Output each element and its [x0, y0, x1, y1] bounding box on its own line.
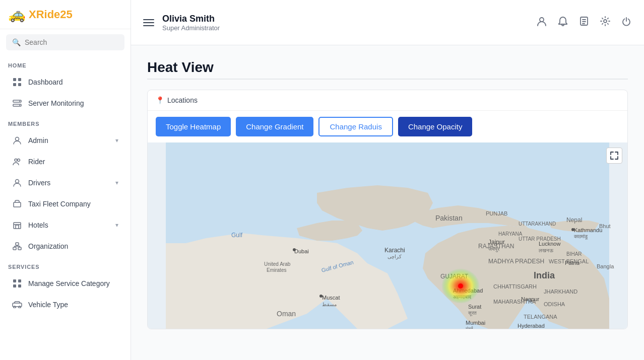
svg-text:Karachi: Karachi — [384, 247, 405, 254]
sidebar-item-vehicle-type-label: Vehicle Type — [28, 301, 118, 309]
logo-icon: 🚕 — [8, 6, 26, 23]
taxi-fleet-icon — [12, 199, 22, 209]
notes-icon[interactable] — [578, 16, 590, 29]
svg-text:ODISHA: ODISHA — [544, 301, 565, 307]
svg-text:Oman: Oman — [277, 310, 296, 318]
user-role: Super Administrator — [162, 24, 536, 32]
svg-text:Nagpur: Nagpur — [521, 296, 539, 302]
svg-point-26 — [604, 20, 607, 23]
sidebar-item-rider[interactable]: Rider — [4, 152, 126, 172]
drivers-chevron-icon: ▾ — [115, 179, 118, 186]
header-actions — [536, 16, 632, 29]
sidebar-item-admin[interactable]: Admin ▾ — [4, 130, 126, 151]
sidebar-item-organization-label: Organization — [28, 242, 118, 250]
svg-text:Dubai: Dubai — [294, 248, 309, 254]
section-members-label: MEMBERS — [0, 114, 131, 130]
change-opacity-button[interactable]: Change Opacity — [398, 117, 473, 136]
hotels-chevron-icon: ▾ — [115, 222, 118, 229]
svg-text:مسقط: مسقط — [322, 302, 337, 307]
svg-point-23 — [19, 306, 21, 308]
menu-button[interactable] — [143, 19, 154, 26]
drivers-icon — [12, 178, 22, 188]
svg-point-8 — [16, 137, 19, 141]
svg-rect-19 — [13, 284, 16, 287]
svg-text:जयपुर: जयपुर — [488, 246, 500, 252]
header-user-info: Olivia Smith Super Administrator — [162, 14, 536, 32]
sidebar-item-vehicle-type[interactable]: Vehicle Type — [4, 295, 126, 315]
svg-rect-15 — [13, 247, 16, 250]
svg-text:Mumbai: Mumbai — [466, 320, 485, 326]
svg-text:Nepal: Nepal — [566, 217, 582, 224]
svg-text:Lucknow: Lucknow — [539, 241, 560, 247]
svg-rect-1 — [18, 78, 21, 81]
svg-text:CHHATTISGARH: CHHATTISGARH — [493, 283, 537, 290]
sidebar-item-hotels[interactable]: Hotels ▾ — [4, 215, 126, 235]
sidebar-item-manage-service[interactable]: Manage Service Category — [4, 273, 126, 294]
svg-text:Hyderabad: Hyderabad — [518, 323, 545, 329]
map-controls: Toggle Heatmap Change Gradient Change Ra… — [148, 111, 627, 142]
rider-icon — [12, 157, 22, 167]
page-title: Heat View — [147, 59, 628, 76]
sidebar-item-dashboard-label: Dashboard — [28, 78, 118, 86]
svg-text:Emirates: Emirates — [267, 267, 286, 273]
svg-text:मुंबई: मुंबई — [465, 326, 473, 329]
svg-point-11 — [16, 180, 19, 183]
svg-text:सूरत: सूरत — [468, 310, 477, 316]
svg-rect-20 — [18, 284, 21, 287]
menu-line-3 — [143, 25, 154, 26]
svg-point-7 — [19, 105, 20, 106]
svg-rect-2 — [13, 83, 16, 86]
svg-text:TELANGANA: TELANGANA — [524, 314, 557, 320]
sidebar-item-hotels-label: Hotels — [28, 221, 109, 229]
svg-rect-12 — [14, 202, 21, 207]
power-icon[interactable] — [621, 16, 632, 29]
change-gradient-button[interactable]: Change Gradient — [236, 117, 313, 136]
fullscreen-button[interactable] — [606, 148, 622, 164]
svg-text:Gulf: Gulf — [231, 232, 243, 239]
section-services-label: SERVICES — [0, 257, 131, 273]
svg-point-80 — [319, 295, 323, 298]
logo-area: 🚕 XRide25 — [0, 0, 131, 29]
svg-text:India: India — [534, 270, 555, 280]
search-icon: 🔍 — [12, 38, 21, 46]
svg-text:काठमांडू: काठमांडू — [573, 234, 588, 240]
user-profile-icon[interactable] — [536, 16, 547, 29]
settings-icon[interactable] — [600, 16, 611, 29]
map-svg: India MADHYA PRADESH CHHATTISGARH WEST B… — [148, 142, 627, 329]
locations-label: Locations — [167, 96, 198, 104]
sidebar-item-taxi-fleet[interactable]: Taxi Fleet Company — [4, 194, 126, 214]
logo-text: XRide25 — [29, 8, 73, 21]
location-pin-icon: 📍 — [156, 96, 164, 104]
logo-text-accent: 25 — [60, 8, 72, 21]
svg-point-79 — [293, 248, 296, 251]
svg-rect-18 — [18, 279, 21, 282]
organization-icon — [12, 241, 22, 251]
svg-text:Pakistan: Pakistan — [435, 214, 463, 222]
sidebar-item-manage-service-label: Manage Service Category — [28, 279, 118, 287]
svg-text:Muscat: Muscat — [322, 295, 340, 301]
sidebar-item-drivers-label: Drivers — [28, 179, 109, 187]
sidebar-item-organization[interactable]: Organization — [4, 236, 126, 256]
search-input[interactable] — [25, 38, 118, 46]
svg-text:Surat: Surat — [468, 304, 481, 310]
sidebar-item-taxi-fleet-label: Taxi Fleet Company — [28, 200, 118, 208]
dashboard-icon — [12, 77, 22, 87]
search-bar[interactable]: 🔍 — [6, 34, 124, 50]
svg-point-83 — [458, 283, 463, 289]
server-monitoring-icon — [12, 98, 22, 108]
change-radius-button[interactable]: Change Raduis — [318, 117, 393, 136]
svg-rect-0 — [13, 78, 16, 81]
vehicle-type-icon — [12, 300, 22, 310]
toggle-heatmap-button[interactable]: Toggle Heatmap — [156, 117, 231, 136]
sidebar-item-dashboard[interactable]: Dashboard — [4, 72, 126, 92]
sidebar-item-rider-label: Rider — [28, 158, 118, 166]
sidebar-item-server-monitoring-label: Server Monitoring — [28, 99, 118, 107]
sidebar: 🚕 XRide25 🔍 HOME Dashboard Server Monito… — [0, 0, 131, 360]
section-home-label: HOME — [0, 55, 131, 71]
alert-icon[interactable] — [557, 16, 568, 29]
svg-text:Bangla: Bangla — [597, 263, 614, 269]
svg-text:लखनऊ: लखनऊ — [538, 248, 554, 253]
sidebar-item-server-monitoring[interactable]: Server Monitoring — [4, 93, 126, 113]
svg-text:MADHYA PRADESH: MADHYA PRADESH — [488, 258, 544, 265]
sidebar-item-drivers[interactable]: Drivers ▾ — [4, 173, 126, 193]
